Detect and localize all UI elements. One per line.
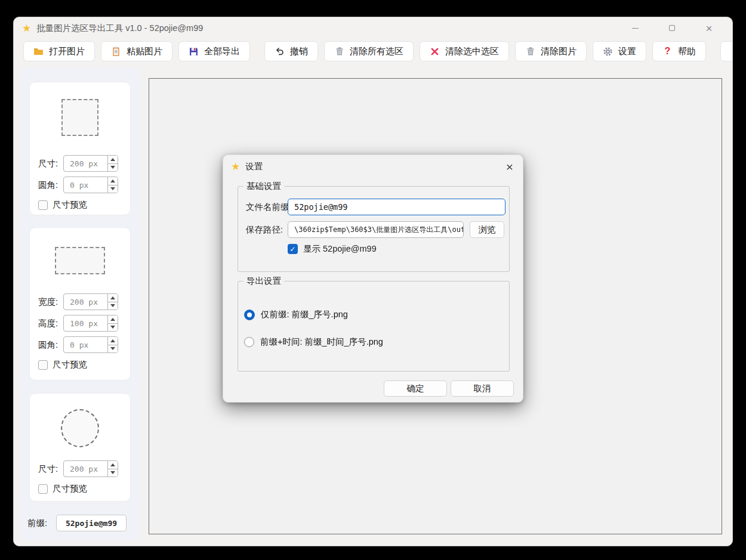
size-row: 尺寸: 200 px	[30, 155, 130, 172]
clear-image-button[interactable]: 清除图片	[515, 41, 587, 61]
filename-prefix-input[interactable]: 52pojie@m99	[288, 199, 505, 215]
circle-selection-preview[interactable]	[61, 409, 99, 447]
group-title: 导出设置	[243, 276, 284, 287]
stepper-up-button[interactable]	[108, 156, 118, 164]
radio-prefix-time[interactable]: 前缀+时间: 前缀_时间_序号.png	[244, 336, 383, 348]
toolbar-button-label: 帮助	[678, 46, 696, 57]
arrow-down-icon	[110, 304, 115, 307]
clipboard-icon	[111, 47, 121, 57]
radio-prefix-only[interactable]: 仅前缀: 前缀_序号.png	[244, 309, 348, 320]
square-size-stepper[interactable]: 200 px	[63, 155, 118, 172]
undo-button[interactable]: 撤销	[264, 41, 318, 61]
radius-row: 圆角: 0 px	[30, 336, 130, 353]
paste-image-button[interactable]: 粘贴图片	[101, 41, 172, 61]
stepper-up-button[interactable]	[108, 315, 118, 324]
question-icon: ?	[662, 47, 673, 57]
stepper-up-button[interactable]	[108, 337, 118, 345]
square-selection-preview[interactable]	[61, 99, 98, 136]
arrow-down-icon	[110, 166, 115, 169]
height-row: 高度: 100 px	[30, 315, 130, 332]
dialog-title-bar: ★ 设置 ×	[223, 155, 523, 178]
arrow-down-icon	[110, 347, 115, 350]
arrow-up-icon	[110, 463, 115, 466]
cancel-button[interactable]: 取消	[451, 380, 514, 397]
settings-dialog: ★ 设置 × 基础设置 文件名前缀: 52pojie@m99 保存路径: \36…	[223, 154, 523, 403]
prefix-label: 前缀:	[27, 518, 56, 529]
stepper-down-button[interactable]	[108, 345, 118, 353]
open-image-button[interactable]: 打开图片	[23, 41, 95, 61]
height-label: 高度:	[38, 318, 63, 329]
prefix-row: 前缀: 52pojie@m99	[27, 515, 141, 531]
stepper-down-button[interactable]	[108, 324, 118, 332]
stepper-buttons	[107, 177, 118, 193]
browse-button[interactable]: 浏览	[470, 221, 504, 238]
circle-size-value[interactable]: 200 px	[64, 461, 107, 477]
dialog-close-icon[interactable]: ×	[504, 160, 515, 173]
exit-icon	[730, 47, 733, 57]
toolbar-button-label: 打开图片	[49, 46, 85, 57]
help-button[interactable]: ? 帮助	[652, 41, 706, 61]
checkbox-label: 显示 52pojie@m99	[303, 243, 377, 255]
arrow-up-icon	[110, 296, 115, 299]
checkbox-label: 尺寸预览	[53, 359, 87, 370]
arrow-up-icon	[110, 318, 115, 321]
save-path-input[interactable]: \360zip$Temp\360$3\批量图片选区导出工具\output	[288, 221, 464, 238]
stepper-buttons	[107, 156, 118, 171]
dialog-title: 设置	[245, 161, 263, 172]
square-size-value[interactable]: 200 px	[64, 156, 107, 171]
show-watermark-checkbox[interactable]: ✓ 显示 52pojie@m99	[288, 243, 377, 255]
clear-selected-selection-button[interactable]: 清除选中选区	[420, 41, 509, 61]
ok-button[interactable]: 确定	[384, 380, 447, 397]
square-size-preview-checkbox[interactable]: 尺寸预览	[30, 199, 130, 211]
trash-icon	[525, 47, 535, 57]
checkbox-unchecked-icon	[38, 360, 48, 370]
circle-size-stepper[interactable]: 200 px	[63, 460, 118, 477]
arrow-up-icon	[110, 180, 115, 182]
stepper-buttons	[107, 294, 118, 310]
rect-height-stepper[interactable]: 100 px	[63, 315, 118, 332]
stepper-up-button[interactable]	[108, 177, 118, 185]
stepper-buttons	[107, 337, 118, 352]
rectangle-selection-preview[interactable]	[55, 247, 105, 274]
checkbox-unchecked-icon	[38, 484, 48, 494]
radius-row: 圆角: 0 px	[30, 177, 130, 193]
stepper-down-button[interactable]	[108, 469, 118, 477]
gear-icon	[603, 47, 613, 57]
close-button[interactable]: ×	[702, 21, 716, 35]
size-row: 尺寸: 200 px	[30, 460, 130, 477]
maximize-button[interactable]	[665, 21, 679, 35]
stepper-down-button[interactable]	[108, 164, 118, 172]
stepper-down-button[interactable]	[108, 302, 118, 310]
stepper-down-button[interactable]	[108, 185, 118, 193]
rect-radius-stepper[interactable]: 0 px	[63, 336, 118, 353]
close-icon: ×	[705, 23, 712, 34]
group-title: 基础设置	[243, 181, 284, 192]
stepper-up-button[interactable]	[108, 461, 118, 469]
circle-size-preview-checkbox[interactable]: 尺寸预览	[30, 483, 130, 494]
exit-button[interactable]: 退出	[720, 41, 733, 61]
filename-prefix-label: 文件名前缀:	[246, 202, 292, 213]
radio-selected-icon	[244, 310, 255, 320]
toolbar-button-label: 清除所有选区	[350, 46, 403, 57]
undo-icon	[275, 47, 285, 57]
settings-button[interactable]: 设置	[593, 41, 646, 61]
stepper-up-button[interactable]	[108, 294, 118, 302]
checkbox-label: 尺寸预览	[53, 199, 87, 211]
square-radius-value[interactable]: 0 px	[64, 177, 107, 193]
square-selection-card: 尺寸: 200 px 圆角: 0 px	[29, 82, 131, 215]
minimize-button[interactable]	[628, 21, 642, 35]
toolbar-button-label: 全部导出	[204, 46, 240, 57]
rect-height-value[interactable]: 100 px	[64, 315, 107, 331]
rect-width-stepper[interactable]: 200 px	[63, 293, 118, 310]
rect-size-preview-checkbox[interactable]: 尺寸预览	[30, 359, 130, 370]
square-radius-stepper[interactable]: 0 px	[63, 177, 118, 193]
export-all-button[interactable]: 全部导出	[178, 41, 250, 61]
prefix-input[interactable]: 52pojie@m99	[56, 515, 127, 531]
toolbar-button-label: 粘贴图片	[127, 46, 162, 57]
clear-all-selections-button[interactable]: 清除所有选区	[324, 41, 414, 61]
rect-width-value[interactable]: 200 px	[64, 294, 107, 310]
arrow-down-icon	[110, 471, 115, 474]
radio-label: 仅前缀: 前缀_序号.png	[261, 309, 348, 320]
rect-radius-value[interactable]: 0 px	[64, 337, 107, 352]
toolbar-button-label: 清除图片	[541, 46, 577, 57]
